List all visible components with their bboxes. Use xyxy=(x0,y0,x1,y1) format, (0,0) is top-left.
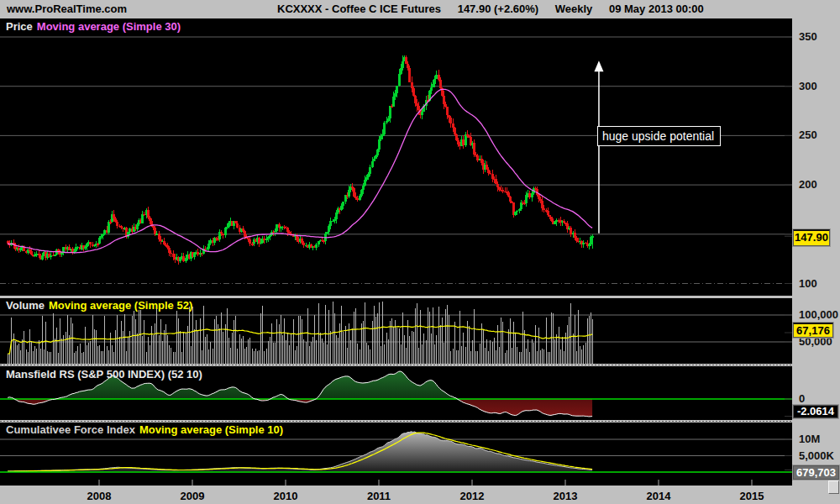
cfi-area xyxy=(8,432,592,472)
volume-value-badge: 67,176 xyxy=(793,323,833,338)
mansfield-axis-label: 0 xyxy=(799,393,805,405)
price-panel-label: PriceMoving average (Simple 30) xyxy=(6,20,181,33)
cfi-value-badge: 679,703 xyxy=(793,465,839,480)
year-label-2015: 2015 xyxy=(740,490,764,502)
corner-resize-button[interactable] xyxy=(828,480,839,494)
price-label: Price xyxy=(6,20,33,33)
cfi-label: Cumulativee Force Index xyxy=(6,423,135,436)
price-axis-label: 250 xyxy=(799,129,817,141)
volume-ma-label: Moving average (Simple 52) xyxy=(49,299,192,312)
cfi-ma-label: Moving average (Simple 10) xyxy=(139,423,283,436)
year-label-2011: 2011 xyxy=(367,490,391,502)
cfi-panel xyxy=(0,432,792,472)
title-bar: www.ProRealTime.com KCXXXX - Coffee C IC… xyxy=(0,0,840,18)
cfi-panel-label: Cumulativee Force IndexMoving average (S… xyxy=(6,423,283,436)
timeframe-label[interactable]: Weekly xyxy=(555,3,593,15)
year-label-2008: 2008 xyxy=(87,490,112,502)
year-label-2012: 2012 xyxy=(460,490,485,502)
chart-canvas[interactable] xyxy=(0,0,792,486)
mansfield-panel-label: Mansfield RS (S&P 500 INDEX) (52 10) xyxy=(6,368,207,381)
volume-label: Volume xyxy=(6,299,45,312)
chart-title: KCXXXX - Coffee C ICE Futures 147.90 (+2… xyxy=(277,3,717,15)
year-label-2013: 2013 xyxy=(554,490,578,502)
price-axis-label: 100 xyxy=(799,278,817,290)
price-ma-line xyxy=(8,89,592,252)
time-axis-strip[interactable] xyxy=(0,486,840,504)
cfi-axis-label: 10M xyxy=(799,433,820,445)
prorealtime-chart-window: www.ProRealTime.com KCXXXX - Coffee C IC… xyxy=(0,0,840,504)
price-panel xyxy=(0,37,792,284)
year-label-2010: 2010 xyxy=(274,490,298,502)
price-axis-label: 350 xyxy=(799,31,817,43)
mansfield-label: Mansfield RS (S&P 500 INDEX) (52 10) xyxy=(6,368,202,381)
last-price-badge: 147.90 xyxy=(793,229,830,246)
annotation-text-box[interactable]: huge upside potential xyxy=(597,126,721,146)
cfi-axis-label: 5,000K xyxy=(799,450,834,462)
volume-axis-label: 50,000 xyxy=(799,336,832,348)
volume-axis-label: 100,000 xyxy=(799,309,838,321)
brand-link[interactable]: www.ProRealTime.com xyxy=(7,3,127,15)
symbol-title: KCXXXX - Coffee C ICE Futures xyxy=(277,3,441,15)
price-axis-label: 200 xyxy=(799,179,817,191)
price-ma-label: Moving average (Simple 30) xyxy=(37,20,181,33)
volume-panel-label: VolumeMoving average (Simple 52) xyxy=(6,299,192,312)
bar-datetime: 09 May 2013 00:00 xyxy=(609,3,704,15)
price-axis-label: 300 xyxy=(799,81,817,92)
mansfield-value-badge: -2.0614 xyxy=(793,405,838,418)
year-label-2009: 2009 xyxy=(181,490,205,502)
year-label-2014: 2014 xyxy=(647,490,671,502)
last-price-change: 147.90 (+2.60%) xyxy=(458,3,538,15)
panel-separator[interactable] xyxy=(0,296,792,298)
